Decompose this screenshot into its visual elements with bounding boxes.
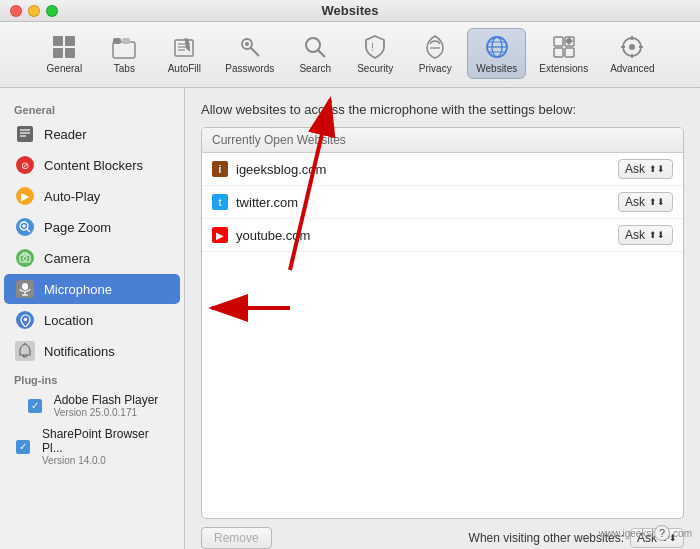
camera-icon [14, 247, 36, 269]
privacy-label: Privacy [419, 63, 452, 74]
general-label: General [47, 63, 83, 74]
svg-rect-6 [122, 38, 130, 44]
sidebar-item-reader[interactable]: Reader [4, 119, 180, 149]
security-label: Security [357, 63, 393, 74]
website-row-youtube: ▶ youtube.com Ask ⬆⬇ [202, 219, 683, 252]
sidebar-item-notifications[interactable]: Notifications [4, 336, 180, 366]
location-icon [14, 309, 36, 331]
sidebar-item-page-zoom[interactable]: Page Zoom [4, 212, 180, 242]
autofill-icon [170, 33, 198, 61]
svg-rect-7 [175, 40, 193, 56]
svg-point-28 [629, 44, 635, 50]
extensions-icon [550, 33, 578, 61]
microphone-icon [14, 278, 36, 300]
youtube-name: youtube.com [236, 228, 618, 243]
svg-rect-5 [113, 38, 121, 44]
privacy-icon [421, 33, 449, 61]
igeeksblog-permission-dropdown[interactable]: Ask ⬆⬇ [618, 159, 673, 179]
svg-point-46 [23, 317, 27, 321]
svg-rect-1 [65, 36, 75, 46]
title-bar: Websites [0, 0, 700, 22]
content-panel: Allow websites to access the microphone … [185, 88, 700, 549]
security-icon: ! [361, 33, 389, 61]
sidebar-item-location[interactable]: Location [4, 305, 180, 335]
help-button[interactable]: ? [654, 525, 670, 541]
svg-rect-25 [554, 48, 563, 57]
minimize-button[interactable] [28, 5, 40, 17]
svg-rect-2 [53, 48, 63, 58]
svg-text:!: ! [371, 41, 374, 53]
plugins-section-label: Plug-ins [0, 370, 184, 388]
flash-version: Version 25.0.0.171 [54, 407, 159, 418]
svg-rect-4 [113, 42, 135, 58]
toolbar-tabs[interactable]: Tabs [96, 28, 152, 79]
svg-rect-26 [565, 48, 574, 57]
search-label: Search [299, 63, 331, 74]
reader-icon [14, 123, 36, 145]
autofill-label: AutoFill [168, 63, 201, 74]
search-icon [301, 33, 329, 61]
toolbar-autofill[interactable]: AutoFill [156, 28, 212, 79]
website-row-twitter: t twitter.com Ask ⬆⬇ [202, 186, 683, 219]
auto-play-icon: ▶ [14, 185, 36, 207]
general-section-label: General [0, 100, 184, 118]
toolbar-security[interactable]: ! Security [347, 28, 403, 79]
svg-rect-0 [53, 36, 63, 46]
toolbar-search[interactable]: Search [287, 28, 343, 79]
location-label: Location [44, 313, 93, 328]
maximize-button[interactable] [46, 5, 58, 17]
tabs-icon [110, 33, 138, 61]
sharepoint-version: Version 14.0.0 [42, 455, 170, 466]
camera-label: Camera [44, 251, 90, 266]
toolbar-websites[interactable]: Websites [467, 28, 526, 79]
svg-rect-23 [554, 37, 563, 46]
toolbar-extensions[interactable]: Extensions [530, 28, 597, 79]
advanced-icon [618, 33, 646, 61]
svg-line-12 [251, 48, 259, 56]
youtube-permission-dropdown[interactable]: Ask ⬆⬇ [618, 225, 673, 245]
toolbar: General Tabs Aut [0, 22, 700, 88]
remove-button[interactable]: Remove [201, 527, 272, 549]
microphone-label: Microphone [44, 282, 112, 297]
notifications-icon [14, 340, 36, 362]
main-area: General Reader ⊘ Content Blockers [0, 88, 700, 549]
window-controls [10, 5, 58, 17]
twitter-permission-dropdown[interactable]: Ask ⬆⬇ [618, 192, 673, 212]
svg-rect-33 [17, 126, 33, 142]
app-window: Websites General Tabs [0, 0, 700, 549]
auto-play-label: Auto-Play [44, 189, 100, 204]
advanced-label: Advanced [610, 63, 654, 74]
websites-label: Websites [476, 63, 517, 74]
sidebar-item-auto-play[interactable]: ▶ Auto-Play [4, 181, 180, 211]
close-button[interactable] [10, 5, 22, 17]
toolbar-privacy[interactable]: Privacy [407, 28, 463, 79]
sidebar-item-sharepoint[interactable]: ✓ SharePoint Browser Pl... Version 14.0.… [4, 423, 180, 470]
svg-line-38 [27, 229, 30, 232]
igeeksblog-name: igeeksblog.com [236, 162, 618, 177]
window-title: Websites [322, 3, 379, 18]
tabs-label: Tabs [114, 63, 135, 74]
notifications-label: Notifications [44, 344, 115, 359]
sharepoint-icon: ✓ [12, 436, 34, 458]
page-zoom-label: Page Zoom [44, 220, 111, 235]
content-blockers-icon: ⊘ [14, 154, 36, 176]
content-blockers-label: Content Blockers [44, 158, 143, 173]
svg-line-15 [318, 50, 325, 57]
reader-label: Reader [44, 127, 87, 142]
toolbar-passwords[interactable]: Passwords [216, 28, 283, 79]
watermark: www.igeeksblog.com [599, 528, 692, 539]
sidebar-item-microphone[interactable]: Microphone [4, 274, 180, 304]
sidebar-item-content-blockers[interactable]: ⊘ Content Blockers [4, 150, 180, 180]
flash-icon: ✓ [24, 395, 46, 417]
svg-point-42 [23, 257, 27, 261]
sidebar-item-camera[interactable]: Camera [4, 243, 180, 273]
panel-header: Currently Open Websites [202, 128, 683, 153]
svg-rect-43 [22, 283, 28, 290]
toolbar-general[interactable]: General [36, 28, 92, 79]
toolbar-advanced[interactable]: Advanced [601, 28, 663, 79]
sidebar-item-flash[interactable]: ✓ Adobe Flash Player Version 25.0.0.171 [4, 389, 180, 422]
passwords-icon [236, 33, 264, 61]
svg-point-13 [245, 42, 249, 46]
sidebar: General Reader ⊘ Content Blockers [0, 88, 185, 549]
passwords-label: Passwords [225, 63, 274, 74]
